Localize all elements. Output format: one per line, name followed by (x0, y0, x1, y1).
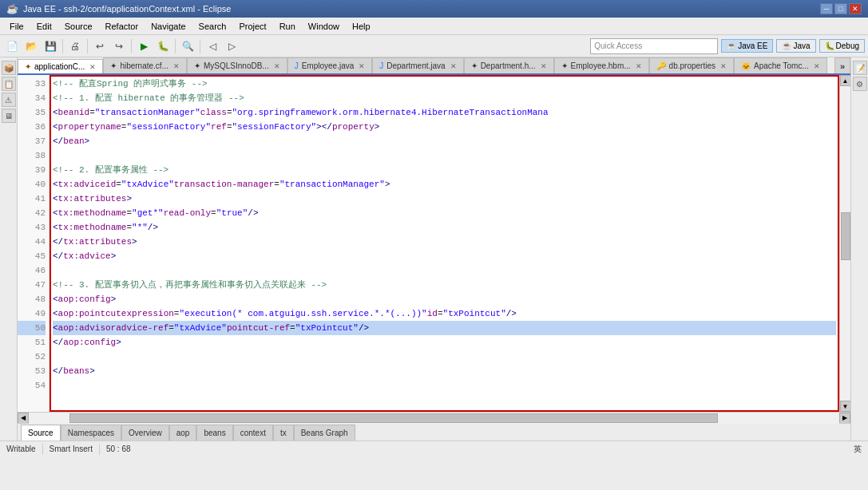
tab-icon-emp: J (295, 61, 299, 70)
hscroll-left-button[interactable]: ◀ (18, 413, 29, 424)
btab-namespaces-label: Namespaces (68, 429, 114, 437)
tab-tomcat[interactable]: 🐱 Apache Tomc... ✕ (734, 57, 827, 73)
status-writable: Writable (6, 445, 36, 453)
tab-label-hib: hibernate.cf... (120, 61, 168, 70)
btab-tx[interactable]: tx (273, 425, 294, 441)
debug-button[interactable]: 🐛 (154, 38, 172, 55)
code-line-38 (53, 148, 836, 163)
tab-close-dept[interactable]: ✕ (450, 62, 457, 70)
tab-applicationcontext[interactable]: ✦ applicationC... ✕ (18, 59, 103, 75)
menu-edit[interactable]: Edit (30, 20, 58, 33)
bottom-tab-bar: Source Namespaces Overview aop beans con… (18, 423, 850, 441)
tab-employee-hbm[interactable]: ✦ Employee.hbm... ✕ (554, 57, 649, 73)
java-ee-label: Java EE (738, 41, 767, 50)
toolbar-separator-1 (62, 39, 63, 53)
tab-employee[interactable]: J Employee.java ✕ (287, 57, 373, 73)
run-button[interactable]: ▶ (135, 38, 153, 55)
tab-close-emp[interactable]: ✕ (359, 62, 365, 70)
undo-button[interactable]: ↩ (91, 38, 109, 55)
scroll-down-button[interactable]: ▼ (840, 401, 851, 412)
tab-close-hib[interactable]: ✕ (173, 62, 180, 70)
tab-department[interactable]: J Department.java ✕ (372, 57, 463, 73)
horizontal-scrollbar[interactable]: ◀ ▶ (18, 412, 850, 423)
tab-label-mysql: MySQLSInnoDB... (204, 61, 269, 70)
tab-close-appctx[interactable]: ✕ (89, 63, 96, 71)
forward-button[interactable]: ▷ (223, 38, 240, 55)
btab-beans[interactable]: beans (196, 425, 232, 441)
outline-icon[interactable]: 📋 (2, 77, 16, 91)
btab-aop[interactable]: aop (169, 425, 197, 441)
tab-label-depth: Department.h... (481, 61, 536, 70)
hscroll-thumb[interactable] (69, 413, 718, 423)
code-line-41: <tx:attributes> (53, 192, 836, 206)
titlebar-controls: ─ □ ✕ (820, 3, 862, 14)
back-button[interactable]: ◁ (204, 38, 221, 55)
btab-context[interactable]: context (233, 425, 273, 441)
toolbar-separator-4 (175, 39, 176, 53)
menu-window[interactable]: Window (302, 20, 346, 33)
btab-tx-label: tx (280, 429, 287, 437)
code-content[interactable]: <!-- 配直Spring 的声明式事务 --><!-- 1. 配置 hiber… (50, 75, 839, 412)
package-explorer-icon[interactable]: 📦 (2, 61, 16, 75)
tab-mysql[interactable]: ✦ MySQLSInnoDB... ✕ (187, 57, 287, 73)
scroll-up-button[interactable]: ▲ (840, 75, 851, 86)
menu-navigate[interactable]: Navigate (145, 20, 192, 33)
code-line-47: <!-- 3. 配置事务切入点，再把事务属性和事务切入点关联起来 --> (53, 278, 836, 292)
task-list-icon[interactable]: 📝 (853, 61, 867, 75)
status-position: 50 : 68 (106, 445, 131, 453)
tab-department-h[interactable]: ✦ Department.h... ✕ (464, 57, 554, 73)
tab-overflow-button[interactable]: » (834, 57, 850, 73)
save-button[interactable]: 💾 (42, 38, 59, 55)
menu-project[interactable]: Project (232, 20, 272, 33)
menu-run[interactable]: Run (273, 20, 302, 33)
btab-beans-graph[interactable]: Beans Graph (294, 425, 355, 441)
menu-search[interactable]: Search (192, 20, 233, 33)
btab-overview[interactable]: Overview (121, 425, 169, 441)
close-button[interactable]: ✕ (849, 3, 862, 14)
quick-access-input[interactable]: Quick Access (590, 38, 718, 54)
tab-icon-hib: ✦ (110, 61, 117, 70)
problems-icon[interactable]: ⚠ (2, 93, 16, 107)
menu-refactor[interactable]: Refactor (99, 20, 145, 33)
tab-close-db[interactable]: ✕ (720, 62, 727, 70)
code-line-36: <property name="sessionFactory" ref="ses… (53, 120, 836, 134)
scroll-thumb[interactable] (841, 212, 850, 260)
tab-close-depth[interactable]: ✕ (541, 62, 547, 70)
java-ee-perspective[interactable]: ☕ Java EE (721, 39, 773, 53)
new-button[interactable]: 📄 (3, 38, 21, 55)
code-line-37: </bean> (53, 134, 836, 148)
search-button[interactable]: 🔍 (179, 38, 196, 55)
tab-close-mysql[interactable]: ✕ (274, 62, 280, 70)
code-line-35: <bean id="transactionManager" class="org… (53, 105, 836, 120)
toolbar-separator-2 (87, 39, 88, 53)
debug-perspective[interactable]: 🐛 Debug (819, 39, 865, 53)
code-line-33: <!-- 配直Spring 的声明式事务 --> (53, 77, 836, 91)
btab-beans-graph-label: Beans Graph (301, 429, 348, 437)
java-label: Java (793, 41, 810, 50)
properties-icon[interactable]: ⚙ (853, 77, 867, 91)
tab-hibernate[interactable]: ✦ hibernate.cf... ✕ (103, 57, 187, 73)
tab-db-properties[interactable]: 🔑 db.properties ✕ (649, 57, 734, 73)
print-button[interactable]: 🖨 (66, 38, 84, 55)
code-line-40: <tx:advice id="txAdvice" transaction-man… (53, 177, 836, 192)
tab-close-emphbm[interactable]: ✕ (636, 62, 642, 70)
btab-namespaces[interactable]: Namespaces (61, 425, 121, 441)
java-perspective[interactable]: ☕ Java (776, 39, 815, 53)
hscroll-right-button[interactable]: ▶ (839, 413, 850, 424)
vertical-scrollbar[interactable]: ▲ ▼ (839, 75, 850, 412)
menu-help[interactable]: Help (346, 20, 377, 33)
btab-source[interactable]: Source (21, 425, 61, 441)
servers-icon[interactable]: 🖥 (2, 109, 16, 123)
menu-file[interactable]: File (3, 20, 30, 33)
tab-close-tomcat[interactable]: ✕ (814, 62, 820, 70)
status-insert-mode: Smart Insert (50, 445, 93, 453)
open-button[interactable]: 📂 (22, 38, 40, 55)
redo-button[interactable]: ↪ (110, 38, 128, 55)
minimize-button[interactable]: ─ (820, 3, 833, 14)
hscroll-track[interactable] (29, 413, 839, 424)
debug-label: Debug (836, 41, 859, 50)
scroll-track[interactable] (840, 86, 851, 401)
menu-source[interactable]: Source (58, 20, 99, 33)
maximize-button[interactable]: □ (834, 3, 847, 14)
code-line-43: <tx:method name="*"/> (53, 220, 836, 235)
